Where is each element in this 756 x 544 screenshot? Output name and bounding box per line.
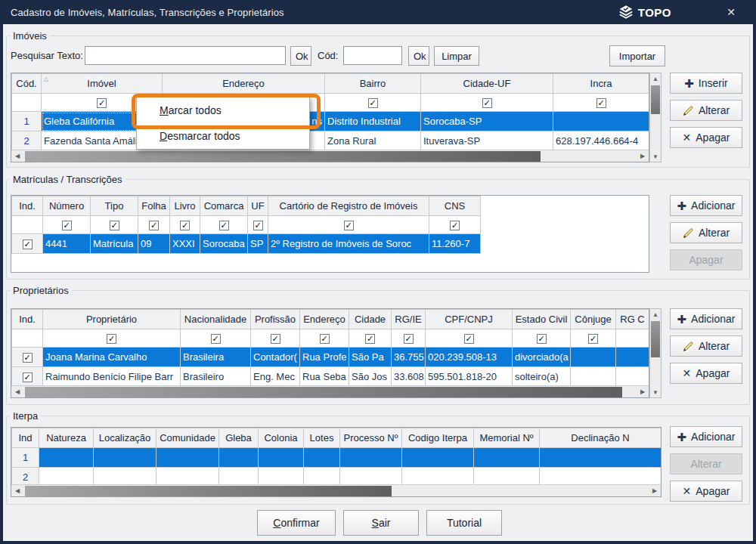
cell-cidade-uf[interactable]: Sorocaba-SP	[421, 112, 553, 131]
cell-cns[interactable]: 11.260-7	[429, 234, 481, 254]
proprietarios-hscrollbar[interactable]	[11, 385, 649, 397]
col-header-cns[interactable]: CNS	[429, 196, 481, 216]
cell-nacionalidade[interactable]: Brasileira	[181, 348, 251, 367]
cell-profissao[interactable]: Contador(	[251, 348, 300, 367]
cell-gleba[interactable]	[219, 448, 259, 468]
col-header-localizacao[interactable]: Localização	[94, 428, 156, 448]
cell-colonia[interactable]	[259, 448, 304, 468]
imoveis-vscroll-thumb[interactable]	[651, 85, 660, 114]
filter-checkbox-bairro[interactable]	[368, 98, 378, 108]
importar-button[interactable]: Importar	[609, 45, 665, 66]
imoveis-apagar-button[interactable]: ✕ Apagar	[670, 127, 742, 148]
cell-ind[interactable]	[12, 234, 43, 254]
matriculas-adicionar-button[interactable]: ✚ Adicionar	[670, 195, 742, 216]
filter-checkbox-numero[interactable]	[62, 221, 72, 230]
menu-item-marcar-todos[interactable]: Marcar todos	[137, 97, 309, 123]
col-header-ind[interactable]: Ind.	[12, 196, 43, 216]
proprietarios-vscroll-thumb[interactable]	[651, 321, 660, 357]
cell-profissao[interactable]: Eng. Mec	[251, 367, 300, 387]
iterpa-row-1[interactable]: 1	[12, 448, 662, 468]
imoveis-row-2[interactable]: 2 Fazenda Santa Amália Rod. Ernesto Pate…	[12, 131, 649, 151]
cell-livro[interactable]: XXXI	[170, 234, 200, 254]
cell-processo[interactable]	[340, 448, 402, 468]
row-number[interactable]: 2	[12, 131, 42, 151]
scroll-down-icon[interactable]	[650, 151, 661, 162]
ok-cod-button[interactable]: Ok	[408, 46, 429, 66]
cell-rg-ie[interactable]: 33.608	[392, 367, 426, 387]
cell-estado-civil[interactable]: divorciado(a	[513, 348, 571, 367]
col-header-cod[interactable]: Cód.	[12, 74, 42, 94]
filter-checkbox-proprietario[interactable]	[107, 334, 116, 344]
filter-checkbox-nacionalidade[interactable]	[211, 334, 221, 344]
col-header-livro[interactable]: Livro	[170, 196, 200, 216]
cell-localizacao[interactable]	[94, 448, 156, 468]
filter-checkbox-estado-civil[interactable]	[537, 334, 547, 344]
cell-estado-civil[interactable]: solteiro(a)	[513, 367, 571, 387]
cell-proprietario[interactable]: Joana Marina Carvalho	[43, 348, 181, 367]
cell-endereco[interactable]: Rua Seba	[300, 367, 349, 387]
filter-checkbox-rg-ie[interactable]	[404, 334, 414, 344]
tutorial-button[interactable]: Tutorial	[426, 510, 502, 536]
proprietarios-vscrollbar[interactable]	[649, 308, 662, 398]
filter-checkbox-endereco[interactable]	[320, 334, 330, 344]
cell-incra[interactable]	[553, 112, 649, 131]
col-header-gleba[interactable]: Gleba	[219, 428, 259, 448]
cell-memorial[interactable]	[474, 448, 540, 468]
col-header-nacionalidade[interactable]: Nacionalidade	[181, 310, 251, 329]
col-header-incra[interactable]: Incra	[553, 74, 649, 94]
confirmar-button[interactable]: Confirmar	[257, 510, 336, 536]
filter-checkbox-folha[interactable]	[149, 221, 159, 230]
col-header-numero[interactable]: Número	[43, 196, 91, 216]
scroll-right-icon[interactable]	[649, 485, 661, 496]
col-header-profissao[interactable]: Profissão	[251, 310, 300, 329]
cell-cartorio[interactable]: 2º Registro de Imóveis de Soroc	[268, 234, 429, 254]
col-header-lotes[interactable]: Lotes	[304, 428, 340, 448]
filter-checkbox-cidade-uf[interactable]	[482, 98, 492, 108]
cell-rg-c[interactable]	[616, 348, 649, 367]
filter-checkbox-livro[interactable]	[180, 221, 190, 230]
cell-proprietario[interactable]: Raimundo Benício Filipe Barr	[43, 367, 181, 387]
iterpa-hscroll-thumb[interactable]	[25, 486, 392, 496]
col-header-cidade-uf[interactable]: Cidade-UF	[421, 74, 553, 94]
scroll-left-icon[interactable]	[11, 485, 23, 496]
imoveis-hscroll-thumb[interactable]	[25, 151, 541, 162]
cell-bairro[interactable]: Distrito Industrial	[325, 112, 421, 131]
cell-numero[interactable]: 4441	[43, 234, 91, 254]
scroll-right-icon[interactable]	[637, 386, 649, 397]
matriculas-row-1[interactable]: 4441 Matrícula 09 XXXI Sorocaba SP 2º Re…	[12, 234, 649, 254]
iterpa-apagar-button[interactable]: ✕ Apagar	[670, 481, 742, 502]
filter-checkbox-profissao[interactable]	[271, 334, 280, 344]
col-header-memorial[interactable]: Memorial Nº	[474, 428, 540, 448]
cell-folha[interactable]: 09	[138, 234, 170, 254]
cell-incra[interactable]: 628.197.446.664-4	[553, 131, 649, 151]
filter-checkbox-uf[interactable]	[253, 221, 263, 230]
scroll-left-icon[interactable]	[11, 386, 23, 397]
col-header-cpf-cnpj[interactable]: CPF/CNPJ	[426, 310, 513, 329]
cell-conjuge[interactable]	[571, 348, 616, 367]
col-header-ind[interactable]: Ind	[12, 428, 39, 448]
col-header-declinacao[interactable]: Declinação N	[540, 428, 662, 448]
imoveis-alterar-button[interactable]: Alterar	[670, 100, 742, 121]
imoveis-vscrollbar[interactable]	[649, 73, 662, 162]
row-checkbox[interactable]	[23, 353, 33, 363]
col-header-ind[interactable]: Ind.	[12, 310, 43, 329]
col-header-conjuge[interactable]: Cônjuge	[571, 310, 616, 329]
cell-cidade[interactable]: São Jos	[349, 367, 392, 387]
cell-natureza[interactable]	[39, 448, 94, 468]
cell-declinacao[interactable]	[540, 448, 662, 468]
limpar-button[interactable]: Limpar	[434, 46, 479, 66]
cell-tipo[interactable]: Matrícula	[91, 234, 138, 254]
cell-ind[interactable]	[12, 367, 43, 387]
col-header-comunidade[interactable]: Comunidade	[156, 428, 219, 448]
menu-item-desmarcar-todos[interactable]: Desmarcar todos	[137, 123, 309, 149]
cell-cpf-cnpj[interactable]: 595.501.818-20	[426, 367, 513, 387]
iterpa-hscrollbar[interactable]	[11, 484, 661, 496]
ok-texto-button[interactable]: Ok	[290, 46, 311, 66]
proprietarios-apagar-button[interactable]: ✕ Apagar	[670, 363, 742, 384]
filter-checkbox-imovel[interactable]	[97, 98, 107, 108]
cell-bairro[interactable]: Zona Rural	[325, 131, 421, 151]
proprietarios-row-2[interactable]: Raimundo Benício Filipe Barr Brasileiro …	[12, 367, 649, 387]
cell-codigo-iterpa[interactable]	[402, 448, 474, 468]
cod-input[interactable]	[343, 46, 402, 65]
col-header-endereco[interactable]: Endereço	[300, 310, 349, 329]
